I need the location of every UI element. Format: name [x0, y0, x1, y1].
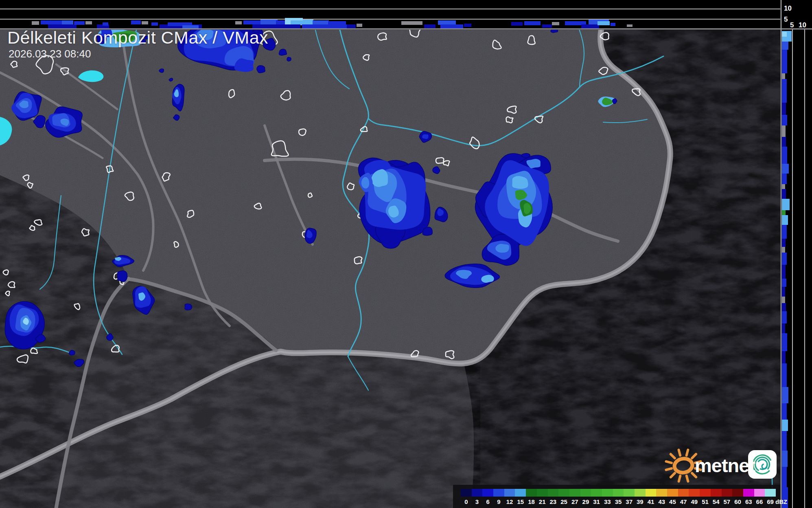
colorbar-cell: 21	[537, 489, 548, 497]
colorbar-cell: 31	[591, 489, 602, 497]
colorbar-tick-label: 0	[464, 498, 468, 505]
elevation-axis-tick-10: 10	[784, 4, 792, 13]
colorbar-cell: 35	[613, 489, 624, 497]
colorbar-tick-label: 33	[604, 498, 611, 505]
colorbar-tick-label: 45	[669, 498, 676, 505]
colorbar-cell: 57	[722, 489, 733, 497]
colorbar-tick-label: 51	[702, 498, 709, 505]
page-title: Délkeleti Kompozit CMax / VMax	[7, 28, 268, 48]
colorbar-tick-label: 66	[756, 498, 763, 505]
map-layer	[0, 20, 781, 508]
colorbar-tick-label: 39	[637, 498, 643, 505]
colorbar-cell: 12	[504, 489, 515, 497]
colorbar-cell: 39	[635, 489, 646, 497]
logo-wordmark: metnet	[695, 454, 755, 477]
colorbar-tick-label: 21	[539, 498, 546, 505]
top-profile-strip	[0, 0, 780, 29]
colorbar-tick-label: 47	[680, 498, 687, 505]
colorbar-cell: 33	[602, 489, 613, 497]
colorbar-cell: 47	[678, 489, 689, 497]
colorbar-cell: 49	[689, 489, 700, 497]
colorbar-tick-label: 60	[734, 498, 741, 505]
colorbar-cell: 69	[765, 489, 776, 497]
colorbar-cell: 41	[646, 489, 657, 497]
colorbar-tick-label: 35	[615, 498, 622, 505]
colorbar-cell: 43	[656, 489, 667, 497]
cross-axis-tick-10: 10	[799, 21, 806, 29]
cross-axis-tick-5: 5	[790, 21, 794, 29]
colorbar-cell: 18	[526, 489, 537, 497]
colorbar-tick-label: 37	[626, 498, 633, 505]
colorbar-cell: 6	[482, 489, 493, 497]
colorbar-tick-label: 63	[745, 498, 752, 505]
colorbar-tick-label: 9	[497, 498, 500, 505]
colorbar-tick-label: 54	[713, 498, 720, 505]
elevation-axis-tick-5: 5	[784, 15, 788, 24]
colorbar-tick-label: 57	[724, 498, 731, 505]
colorbar-tick-label: 43	[658, 498, 665, 505]
colorbar-tick-label: 23	[550, 498, 557, 505]
colorbar-cell: 0	[461, 489, 472, 497]
colorbar-cell: 54	[711, 489, 722, 497]
colorbar-tick-label: 27	[571, 498, 578, 505]
colorbar-tick-label: 3	[475, 498, 479, 505]
colorbar-cell: 45	[667, 489, 678, 497]
colorbar-cell: 9	[493, 489, 504, 497]
colorbar-tick-label: 29	[582, 498, 589, 505]
radar-map-scene	[0, 0, 812, 508]
colorbar-cell: 27	[569, 489, 580, 497]
colorbar-unit-label: dBZ	[775, 498, 787, 505]
colorbar-tick-label: 69	[767, 498, 774, 505]
reflectivity-colorbar: 0369121518212325272931333537394143454749…	[453, 485, 780, 508]
colorbar-tick-label: 15	[517, 498, 524, 505]
colorbar-cell: 60	[732, 489, 743, 497]
colorbar-tick-label: 6	[486, 498, 490, 505]
colorbar-tick-label: 41	[648, 498, 654, 505]
colorbar-cells: 0369121518212325272931333537394143454749…	[461, 489, 776, 497]
colorbar-cell: 3	[472, 489, 483, 497]
colorbar-tick-label: 25	[560, 498, 567, 505]
colorbar-cell: 63	[743, 489, 754, 497]
colorbar-tick-label: 49	[691, 498, 698, 505]
right-profile-strip	[781, 0, 812, 508]
colorbar-tick-label: 31	[593, 498, 600, 505]
colorbar-cell: 51	[700, 489, 711, 497]
colorbar-tick-label: 12	[506, 498, 513, 505]
colorbar-cell: 29	[580, 489, 591, 497]
colorbar-cell: 37	[624, 489, 635, 497]
colorbar-cell: 25	[558, 489, 569, 497]
metnet-logo: metnet	[664, 445, 782, 486]
colorbar-tick-label: 18	[528, 498, 535, 505]
colorbar-cell: 23	[548, 489, 559, 497]
timestamp: 2026.03.23 08:40	[9, 48, 91, 60]
colorbar-cell: 66	[754, 489, 765, 497]
colorbar-cell: 15	[515, 489, 526, 497]
radar-composite-screen: Délkeleti Kompozit CMax / VMax 2026.03.2…	[0, 0, 812, 508]
